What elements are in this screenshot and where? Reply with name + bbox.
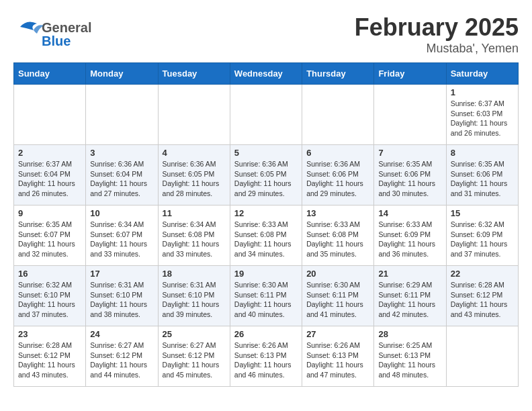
day-info: Sunrise: 6:34 AM Sunset: 6:07 PM Dayligh…: [90, 220, 153, 259]
calendar-week-row: 2Sunrise: 6:37 AM Sunset: 6:04 PM Daylig…: [14, 145, 519, 205]
calendar-day-cell: 26Sunrise: 6:26 AM Sunset: 6:13 PM Dayli…: [230, 326, 302, 387]
col-tuesday: Tuesday: [158, 63, 230, 85]
day-number: 4: [163, 148, 226, 158]
calendar-day-cell: 27Sunrise: 6:26 AM Sunset: 6:13 PM Dayli…: [302, 326, 374, 387]
day-info: Sunrise: 6:28 AM Sunset: 6:12 PM Dayligh…: [451, 280, 514, 320]
calendar-day-cell: 3Sunrise: 6:36 AM Sunset: 6:04 PM Daylig…: [86, 145, 158, 205]
calendar-day-cell: 14Sunrise: 6:33 AM Sunset: 6:09 PM Dayli…: [374, 205, 446, 266]
calendar-week-row: 1Sunrise: 6:37 AM Sunset: 6:03 PM Daylig…: [14, 85, 519, 145]
day-info: Sunrise: 6:32 AM Sunset: 6:10 PM Dayligh…: [18, 280, 81, 320]
calendar-day-cell: [14, 85, 86, 145]
day-number: 27: [306, 329, 369, 339]
col-monday: Monday: [86, 63, 158, 85]
day-number: 15: [451, 208, 514, 218]
day-info: Sunrise: 6:36 AM Sunset: 6:04 PM Dayligh…: [90, 159, 153, 199]
calendar-day-cell: 2Sunrise: 6:37 AM Sunset: 6:04 PM Daylig…: [14, 145, 86, 205]
calendar-day-cell: 7Sunrise: 6:35 AM Sunset: 6:06 PM Daylig…: [374, 145, 446, 205]
calendar-day-cell: 21Sunrise: 6:29 AM Sunset: 6:11 PM Dayli…: [374, 266, 446, 326]
day-info: Sunrise: 6:25 AM Sunset: 6:13 PM Dayligh…: [378, 340, 441, 380]
svg-text:General: General: [42, 20, 91, 35]
calendar-day-cell: [446, 326, 518, 387]
calendar-week-row: 23Sunrise: 6:28 AM Sunset: 6:12 PM Dayli…: [14, 326, 519, 387]
calendar-week-row: 9Sunrise: 6:35 AM Sunset: 6:07 PM Daylig…: [14, 205, 519, 266]
day-info: Sunrise: 6:30 AM Sunset: 6:11 PM Dayligh…: [234, 280, 298, 320]
col-saturday: Saturday: [446, 63, 518, 85]
calendar-day-cell: 18Sunrise: 6:31 AM Sunset: 6:10 PM Dayli…: [158, 266, 230, 326]
col-friday: Friday: [374, 63, 446, 85]
day-info: Sunrise: 6:37 AM Sunset: 6:04 PM Dayligh…: [18, 159, 81, 199]
day-number: 12: [234, 208, 298, 218]
day-info: Sunrise: 6:28 AM Sunset: 6:12 PM Dayligh…: [18, 340, 81, 380]
day-info: Sunrise: 6:33 AM Sunset: 6:08 PM Dayligh…: [306, 220, 369, 259]
calendar-day-cell: [374, 85, 446, 145]
day-info: Sunrise: 6:35 AM Sunset: 6:06 PM Dayligh…: [378, 159, 441, 199]
day-number: 21: [378, 269, 441, 279]
calendar-day-cell: [158, 85, 230, 145]
calendar-day-cell: 11Sunrise: 6:34 AM Sunset: 6:08 PM Dayli…: [158, 205, 230, 266]
calendar-day-cell: 19Sunrise: 6:30 AM Sunset: 6:11 PM Dayli…: [230, 266, 302, 326]
day-number: 22: [451, 269, 514, 279]
col-sunday: Sunday: [14, 63, 86, 85]
weekday-row: Sunday Monday Tuesday Wednesday Thursday…: [14, 63, 519, 85]
calendar-day-cell: 23Sunrise: 6:28 AM Sunset: 6:12 PM Dayli…: [14, 326, 86, 387]
day-info: Sunrise: 6:27 AM Sunset: 6:12 PM Dayligh…: [90, 340, 153, 380]
calendar-day-cell: [302, 85, 374, 145]
day-number: 14: [378, 208, 441, 218]
day-number: 24: [90, 329, 153, 339]
calendar-title-block: February 2025 Mustaba', Yemen: [355, 13, 519, 56]
day-number: 19: [234, 269, 298, 279]
day-number: 26: [234, 329, 298, 339]
day-info: Sunrise: 6:37 AM Sunset: 6:03 PM Dayligh…: [451, 99, 514, 138]
day-number: 11: [163, 208, 226, 218]
day-info: Sunrise: 6:29 AM Sunset: 6:11 PM Dayligh…: [378, 280, 441, 320]
calendar-week-row: 16Sunrise: 6:32 AM Sunset: 6:10 PM Dayli…: [14, 266, 519, 326]
day-number: 2: [18, 148, 81, 158]
day-number: 25: [163, 329, 226, 339]
calendar-day-cell: 6Sunrise: 6:36 AM Sunset: 6:06 PM Daylig…: [302, 145, 374, 205]
col-thursday: Thursday: [302, 63, 374, 85]
calendar-day-cell: 9Sunrise: 6:35 AM Sunset: 6:07 PM Daylig…: [14, 205, 86, 266]
day-info: Sunrise: 6:31 AM Sunset: 6:10 PM Dayligh…: [163, 280, 226, 320]
day-info: Sunrise: 6:27 AM Sunset: 6:12 PM Dayligh…: [163, 340, 226, 380]
col-wednesday: Wednesday: [230, 63, 302, 85]
calendar-day-cell: [230, 85, 302, 145]
calendar-day-cell: 17Sunrise: 6:31 AM Sunset: 6:10 PM Dayli…: [86, 266, 158, 326]
day-number: 10: [90, 208, 153, 218]
day-info: Sunrise: 6:31 AM Sunset: 6:10 PM Dayligh…: [90, 280, 153, 320]
day-info: Sunrise: 6:36 AM Sunset: 6:05 PM Dayligh…: [234, 159, 298, 199]
calendar-day-cell: 28Sunrise: 6:25 AM Sunset: 6:13 PM Dayli…: [374, 326, 446, 387]
calendar-table: Sunday Monday Tuesday Wednesday Thursday…: [13, 62, 519, 387]
day-info: Sunrise: 6:33 AM Sunset: 6:08 PM Dayligh…: [234, 220, 298, 259]
logo-svg: General Blue: [13, 13, 101, 50]
day-number: 13: [306, 208, 369, 218]
day-info: Sunrise: 6:26 AM Sunset: 6:13 PM Dayligh…: [306, 340, 369, 380]
calendar-day-cell: 25Sunrise: 6:27 AM Sunset: 6:12 PM Dayli…: [158, 326, 230, 387]
day-number: 16: [18, 269, 81, 279]
day-info: Sunrise: 6:33 AM Sunset: 6:09 PM Dayligh…: [378, 220, 441, 259]
page-header: General Blue February 2025 Mustaba', Yem…: [13, 13, 519, 56]
day-number: 9: [18, 208, 81, 218]
day-info: Sunrise: 6:30 AM Sunset: 6:11 PM Dayligh…: [306, 280, 369, 320]
day-number: 7: [378, 148, 441, 158]
calendar-title: February 2025: [355, 13, 519, 42]
day-number: 17: [90, 269, 153, 279]
calendar-day-cell: 12Sunrise: 6:33 AM Sunset: 6:08 PM Dayli…: [230, 205, 302, 266]
svg-text:Blue: Blue: [42, 34, 71, 48]
calendar-subtitle: Mustaba', Yemen: [355, 42, 519, 56]
day-info: Sunrise: 6:36 AM Sunset: 6:05 PM Dayligh…: [163, 159, 226, 199]
day-info: Sunrise: 6:34 AM Sunset: 6:08 PM Dayligh…: [163, 220, 226, 259]
calendar-body: 1Sunrise: 6:37 AM Sunset: 6:03 PM Daylig…: [14, 85, 519, 387]
day-number: 20: [306, 269, 369, 279]
calendar-day-cell: 22Sunrise: 6:28 AM Sunset: 6:12 PM Dayli…: [446, 266, 518, 326]
day-number: 6: [306, 148, 369, 158]
day-info: Sunrise: 6:32 AM Sunset: 6:09 PM Dayligh…: [451, 220, 514, 259]
calendar-header: Sunday Monday Tuesday Wednesday Thursday…: [14, 63, 519, 85]
day-number: 3: [90, 148, 153, 158]
calendar-day-cell: 16Sunrise: 6:32 AM Sunset: 6:10 PM Dayli…: [14, 266, 86, 326]
calendar-day-cell: 15Sunrise: 6:32 AM Sunset: 6:09 PM Dayli…: [446, 205, 518, 266]
calendar-day-cell: 8Sunrise: 6:35 AM Sunset: 6:06 PM Daylig…: [446, 145, 518, 205]
calendar-day-cell: 13Sunrise: 6:33 AM Sunset: 6:08 PM Dayli…: [302, 205, 374, 266]
day-number: 5: [234, 148, 298, 158]
logo: General Blue: [13, 13, 101, 50]
calendar-day-cell: 4Sunrise: 6:36 AM Sunset: 6:05 PM Daylig…: [158, 145, 230, 205]
